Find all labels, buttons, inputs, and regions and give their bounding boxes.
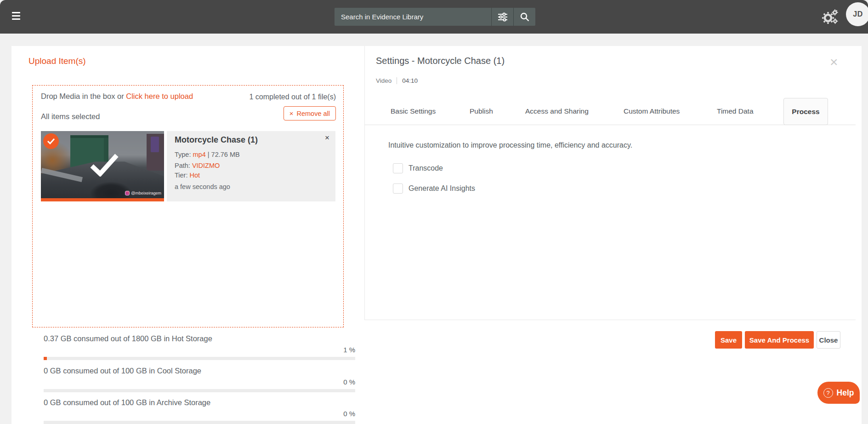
cool-storage-percent: 0 % — [44, 378, 355, 386]
tab-access-sharing[interactable]: Access and Sharing — [525, 107, 589, 115]
media-path-line: Path: VIDIZMO — [175, 162, 220, 169]
avatar[interactable]: JD — [846, 2, 868, 26]
question-icon: ? — [823, 388, 833, 398]
remove-all-button[interactable]: × Remove all — [284, 106, 336, 120]
remove-all-label: Remove all — [296, 110, 330, 117]
transcode-label: Transcode — [408, 164, 443, 172]
hot-storage-label: 0.37 GB consumed out of 1800 GB in Hot S… — [44, 334, 212, 343]
upload-panel-title: Upload Item(s) — [28, 56, 86, 66]
media-duration: 04:10 — [402, 77, 418, 84]
tabs-underline — [365, 125, 856, 125]
media-size: 72.76 MB — [211, 151, 240, 158]
media-timestamp: a few seconds ago — [175, 183, 230, 190]
help-label: Help — [837, 388, 854, 398]
search-bar — [335, 8, 535, 26]
click-to-upload-link[interactable]: Click here to upload — [126, 92, 193, 100]
settings-gears-button[interactable] — [822, 9, 839, 25]
media-tier-value: Hot — [190, 172, 200, 179]
save-and-process-button[interactable]: Save And Process — [745, 331, 814, 349]
help-button[interactable]: ? Help — [817, 382, 860, 404]
search-button[interactable] — [514, 8, 535, 26]
selection-status: All items selected — [41, 112, 100, 121]
ai-insights-row: Generate AI Insights — [393, 183, 475, 194]
archive-storage-percent: 0 % — [44, 410, 355, 418]
settings-close-icon[interactable]: × — [830, 55, 838, 69]
tab-timed-data[interactable]: Timed Data — [717, 107, 754, 115]
check-icon — [47, 138, 55, 144]
media-item-title: Motorcycle Chase (1) — [175, 135, 258, 145]
media-tier-line: Tier: Hot — [175, 172, 200, 179]
hot-storage-percent: 1 % — [44, 346, 355, 354]
cool-storage-bar — [44, 389, 355, 392]
watermark-text: @mbeixeiragem — [131, 191, 161, 195]
instagram-icon — [125, 191, 130, 195]
media-info-row: Video 04:10 — [376, 77, 418, 84]
tab-custom-attributes[interactable]: Custom Attributes — [624, 107, 680, 115]
selected-checkmark-icon — [89, 153, 119, 178]
media-info-divider — [397, 77, 397, 84]
media-type-line: Type: mp4 | 72.76 MB — [175, 151, 240, 158]
main-content: Upload Item(s) Drop Media in the box or … — [11, 46, 862, 424]
generate-ai-insights-checkbox[interactable] — [393, 183, 403, 194]
media-type-value: mp4 — [193, 151, 206, 158]
app-window: JD Upload Item(s) Drop Media in the box … — [0, 0, 868, 424]
drop-zone[interactable]: Drop Media in the box or Click here to u… — [32, 85, 344, 327]
selected-check-badge[interactable] — [43, 133, 59, 149]
upload-progress-bar — [41, 198, 164, 201]
archive-storage-bar — [44, 421, 355, 424]
filter-sliders-icon — [497, 12, 508, 22]
tab-publish[interactable]: Publish — [470, 107, 493, 115]
media-item-card: Motorcycle Chase (1) × Type: mp4 | 72.76… — [167, 131, 335, 201]
tab-basic-settings[interactable]: Basic Settings — [391, 107, 436, 115]
thumbnail-watermark: @mbeixeiragem — [125, 191, 161, 195]
tab-process[interactable]: Process — [783, 98, 828, 125]
search-input[interactable] — [335, 8, 491, 26]
search-icon — [520, 12, 530, 22]
drop-instruction: Drop Media in the box or Click here to u… — [41, 92, 193, 101]
generate-ai-insights-label: Generate AI Insights — [408, 184, 475, 193]
process-description: Intuitive customization to improve proce… — [388, 141, 632, 149]
drop-text: Drop Media in the box or — [41, 92, 124, 100]
filter-button[interactable] — [492, 8, 513, 26]
media-type-badge: Video — [376, 77, 391, 84]
transcode-row: Transcode — [393, 163, 443, 173]
archive-storage-label: 0 GB consumed out of 100 GB in Archive S… — [44, 398, 210, 407]
panel-divider-horizontal — [364, 320, 856, 320]
item-close-icon[interactable]: × — [325, 133, 329, 143]
save-button[interactable]: Save — [715, 331, 742, 349]
media-path-value: VIDIZMO — [192, 162, 220, 169]
hamburger-menu-icon[interactable] — [12, 12, 21, 21]
remove-icon: × — [289, 109, 294, 117]
transcode-checkbox[interactable] — [393, 163, 403, 173]
video-thumbnail[interactable]: @mbeixeiragem — [41, 131, 164, 201]
gears-icon — [822, 9, 839, 25]
close-button[interactable]: Close — [817, 331, 840, 349]
upload-progress-summary: 1 completed out of 1 file(s) — [249, 93, 336, 101]
hot-storage-bar — [44, 357, 355, 360]
cool-storage-label: 0 GB consumed out of 100 GB in Cool Stor… — [44, 367, 201, 375]
settings-panel-title: Settings - Motorcycle Chase (1) — [376, 56, 505, 66]
panel-divider-vertical — [364, 46, 365, 320]
top-bar: JD — [0, 0, 868, 34]
